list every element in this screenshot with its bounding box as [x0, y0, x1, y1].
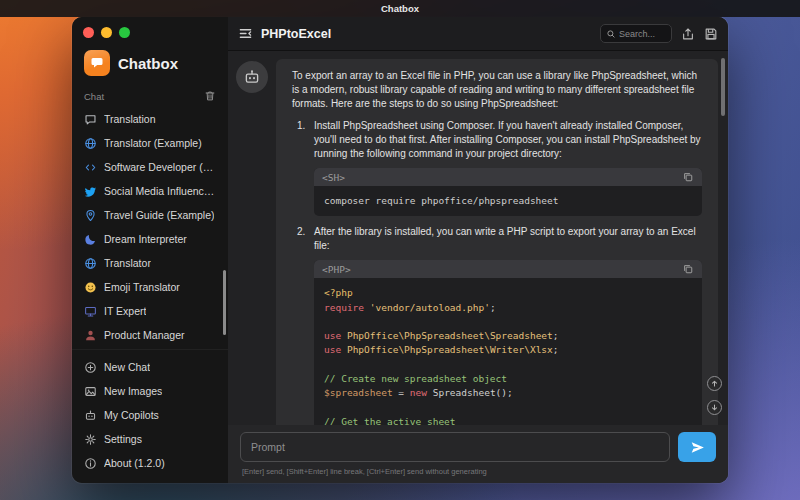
- chatbox-logo-icon: [84, 50, 110, 76]
- conversation-header: PHPtoExcel: [228, 17, 728, 51]
- globe-icon: [84, 257, 97, 270]
- step-text: After the library is installed, you can …: [314, 225, 702, 253]
- code-language-label: <PHP>: [322, 264, 351, 275]
- chat-section-label: Chat: [84, 91, 104, 102]
- window-controls: [72, 17, 228, 38]
- save-icon[interactable]: [704, 27, 718, 41]
- trash-icon[interactable]: [204, 90, 216, 102]
- map-pin-icon: [84, 209, 97, 222]
- search-icon: [606, 29, 616, 39]
- sidebar-item-label: About (1.2.0): [104, 457, 165, 469]
- sidebar-item-new-images[interactable]: New Images: [78, 379, 222, 403]
- code-language-label: <SH>: [322, 172, 345, 183]
- sidebar-item-emoji-translator[interactable]: Emoji Translator: [78, 275, 222, 299]
- sidebar-item-social-media-influencer[interactable]: Social Media Influencer...: [78, 179, 222, 203]
- step-text: Install PhpSpreadsheet using Composer. I…: [314, 119, 702, 161]
- conversation-title: PHPtoExcel: [261, 27, 331, 41]
- sidebar-item-label: Travel Guide (Example): [104, 209, 214, 221]
- composer: [Enter] send, [Shift+Enter] line break, …: [228, 425, 728, 483]
- code-content: composer require phpoffice/phpspreadshee…: [314, 186, 702, 216]
- scroll-jump-buttons: [707, 376, 722, 415]
- sidebar-item-translator[interactable]: Translator: [78, 251, 222, 275]
- menu-bar: Chatbox: [0, 0, 800, 17]
- code-block: <SH>composer require phpoffice/phpspread…: [314, 168, 702, 216]
- sidebar-item-label: Emoji Translator: [104, 281, 180, 293]
- copy-code-icon[interactable]: [682, 263, 694, 275]
- search-input[interactable]: [619, 29, 666, 39]
- sidebar-item-travel-guide-example[interactable]: Travel Guide (Example): [78, 203, 222, 227]
- info-icon: [84, 457, 97, 470]
- gear-icon: [84, 433, 97, 446]
- code-icon: [84, 161, 97, 174]
- toggle-sidebar-icon[interactable]: [238, 26, 253, 41]
- robot-icon: [84, 409, 97, 422]
- sidebar-footer-list: New ChatNew ImagesMy CopilotsSettingsAbo…: [72, 349, 228, 483]
- plus-circle-icon: [84, 361, 97, 374]
- message-intro: To export an array to an Excel file in P…: [292, 69, 702, 111]
- chat-bubble-icon: [84, 113, 97, 126]
- minimize-button[interactable]: [101, 27, 112, 38]
- sidebar-item-label: Software Developer (E...: [104, 161, 216, 173]
- menu-bar-title: Chatbox: [381, 3, 419, 14]
- sidebar-item-label: New Images: [104, 385, 162, 397]
- header-actions: [600, 24, 718, 43]
- app-logo-row: Chatbox: [72, 38, 228, 82]
- sidebar-item-software-developer-e[interactable]: Software Developer (E...: [78, 155, 222, 179]
- main-panel: PHPtoExcel: [228, 17, 728, 483]
- message-step: 2.After the library is installed, you ca…: [297, 225, 702, 425]
- scroll-to-bottom-button[interactable]: [707, 400, 722, 415]
- sidebar-item-about-1-2-0[interactable]: About (1.2.0): [78, 451, 222, 475]
- twitter-icon: [84, 185, 97, 198]
- app-title: Chatbox: [118, 55, 178, 72]
- sidebar: Chatbox Chat TranslationTranslator (Exam…: [72, 17, 228, 483]
- copy-code-icon[interactable]: [682, 171, 694, 183]
- code-block: <PHP><?phprequire 'vendor/autoload.php';…: [314, 260, 702, 425]
- sidebar-item-label: New Chat: [104, 361, 150, 373]
- sidebar-item-it-expert[interactable]: IT Expert: [78, 299, 222, 323]
- composer-hint: [Enter] send, [Shift+Enter] line break, …: [240, 462, 716, 479]
- sidebar-item-translation[interactable]: Translation: [78, 107, 222, 131]
- sidebar-item-dream-interpreter[interactable]: Dream Interpreter: [78, 227, 222, 251]
- sidebar-item-label: My Copilots: [104, 409, 159, 421]
- monitor-icon: [84, 305, 97, 318]
- step-body: After the library is installed, you can …: [314, 225, 702, 425]
- sidebar-item-label: Translator: [104, 257, 151, 269]
- sidebar-chat-list: TranslationTranslator (Example)Software …: [72, 105, 228, 347]
- chat-area: To export an array to an Excel file in P…: [228, 51, 728, 425]
- arrow-up-icon: [710, 379, 719, 388]
- sidebar-item-label: Dream Interpreter: [104, 233, 187, 245]
- code-block-header: <PHP>: [314, 260, 702, 278]
- message-bubble: To export an array to an Excel file in P…: [276, 59, 718, 425]
- step-body: Install PhpSpreadsheet using Composer. I…: [314, 119, 702, 219]
- scroll-to-top-button[interactable]: [707, 376, 722, 391]
- sidebar-item-settings[interactable]: Settings: [78, 427, 222, 451]
- sidebar-item-product-manager[interactable]: Product Manager: [78, 323, 222, 347]
- prompt-input[interactable]: [240, 432, 670, 462]
- code-block-header: <SH>: [314, 168, 702, 186]
- sidebar-item-label: Product Manager: [104, 329, 185, 341]
- message-step: 1.Install PhpSpreadsheet using Composer.…: [297, 119, 702, 219]
- zoom-button[interactable]: [119, 27, 130, 38]
- step-number: 1.: [297, 119, 309, 219]
- moon-icon: [84, 233, 97, 246]
- person-icon: [84, 329, 97, 342]
- sidebar-item-translator-example[interactable]: Translator (Example): [78, 131, 222, 155]
- assistant-message: To export an array to an Excel file in P…: [236, 59, 718, 425]
- sidebar-item-label: IT Expert: [104, 305, 146, 317]
- paper-plane-icon: [690, 440, 705, 455]
- robot-icon: [243, 68, 261, 86]
- sidebar-scrollbar[interactable]: [223, 270, 226, 335]
- sidebar-item-label: Settings: [104, 433, 142, 445]
- search-box[interactable]: [600, 24, 672, 43]
- arrow-down-icon: [710, 403, 719, 412]
- sidebar-item-my-copilots[interactable]: My Copilots: [78, 403, 222, 427]
- export-icon[interactable]: [681, 27, 695, 41]
- sidebar-item-new-chat[interactable]: New Chat: [78, 355, 222, 379]
- close-button[interactable]: [83, 27, 94, 38]
- message-steps: 1.Install PhpSpreadsheet using Composer.…: [292, 119, 702, 425]
- chatbox-window: Chatbox Chat TranslationTranslator (Exam…: [72, 17, 728, 483]
- chat-scrollbar[interactable]: [721, 58, 725, 116]
- sidebar-item-label: Translator (Example): [104, 137, 202, 149]
- send-button[interactable]: [678, 432, 716, 462]
- assistant-avatar: [236, 61, 268, 93]
